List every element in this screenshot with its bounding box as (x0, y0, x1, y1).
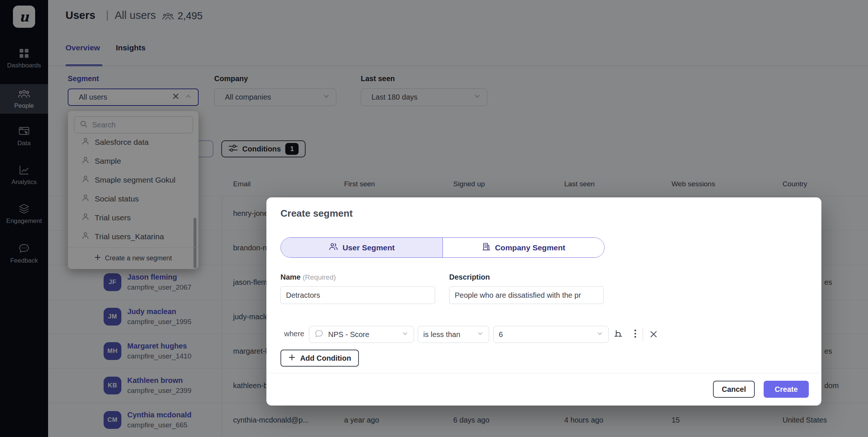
chevron-down-icon (596, 330, 603, 339)
required-hint: (Required) (303, 273, 336, 281)
description-input[interactable]: People who are dissatisfied with the pr (449, 286, 604, 304)
delete-condition-icon[interactable] (649, 329, 659, 339)
segment-type-toggle: User Segment Company Segment (280, 237, 605, 258)
cancel-button[interactable]: Cancel (713, 381, 755, 398)
condition-field-select[interactable]: NPS - Score (309, 326, 414, 343)
chevron-down-icon (477, 330, 484, 339)
description-field-label: Description (449, 273, 490, 281)
user-group-icon (329, 242, 338, 253)
modal-footer-divider (266, 373, 821, 373)
condition-prefix: where (284, 330, 304, 338)
kebab-menu-icon[interactable] (630, 328, 640, 339)
create-segment-modal: Create segment User Segment Company Segm… (266, 197, 821, 406)
building-icon (482, 242, 491, 253)
modal-title: Create segment (280, 208, 353, 219)
condition-value-select[interactable]: 6 (493, 326, 609, 343)
icons-divider (643, 327, 643, 341)
user-segment-label: User Segment (343, 243, 395, 252)
company-segment-label: Company Segment (495, 243, 565, 252)
speech-bubble-icon (314, 329, 324, 340)
plus-icon (288, 354, 296, 363)
chevron-down-icon (402, 330, 408, 339)
add-condition-label: Add Condition (300, 354, 351, 363)
add-condition-button[interactable]: Add Condition (280, 350, 359, 367)
condition-field-value: NPS - Score (328, 330, 397, 339)
create-button[interactable]: Create (764, 381, 809, 398)
name-field-label: Name (Required) (280, 273, 336, 281)
user-segment-tab[interactable]: User Segment (281, 238, 443, 257)
condition-operator-select[interactable]: is less than (418, 326, 489, 343)
app-root: u Dashboards People (0, 0, 868, 437)
name-input[interactable]: Detractors (280, 286, 435, 304)
company-segment-tab[interactable]: Company Segment (443, 238, 605, 257)
condition-operator-value: is less than (423, 330, 472, 339)
nest-condition-icon[interactable] (613, 328, 625, 340)
condition-value: 6 (499, 330, 592, 339)
